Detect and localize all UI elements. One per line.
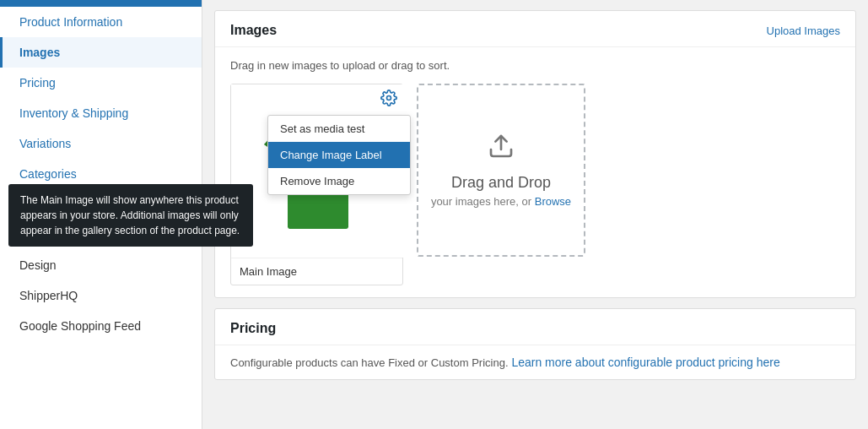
- drop-zone-text: Drag and Drop: [451, 174, 551, 192]
- image-card-main: Set as media test Change Image Label Rem…: [230, 84, 403, 285]
- sidebar-item-shipperhq[interactable]: ShipperHQ: [0, 280, 202, 311]
- drop-zone-sub: your images here, or Browse: [431, 195, 571, 208]
- image-card-inner: Set as media test Change Image Label Rem…: [231, 84, 402, 258]
- tooltip-box: The Main Image will show anywhere this p…: [8, 184, 253, 247]
- upload-images-link[interactable]: Upload Images: [767, 24, 840, 37]
- images-section-header: Images Upload Images: [215, 11, 855, 47]
- images-section: Images Upload Images Drag in new images …: [214, 10, 856, 298]
- sidebar-top-bar: [0, 0, 202, 7]
- pricing-learn-more-link[interactable]: Learn more about configurable product pr…: [511, 356, 779, 369]
- gear-icon[interactable]: [380, 90, 397, 111]
- sidebar-item-design[interactable]: Design: [0, 250, 202, 280]
- sidebar-item-product-information[interactable]: Product Information: [0, 7, 202, 37]
- sidebar-item-images[interactable]: Images: [0, 37, 202, 68]
- images-container: Set as media test Change Image Label Rem…: [230, 84, 840, 285]
- tooltip-text: The Main Image will show anywhere this p…: [20, 194, 240, 236]
- browse-link[interactable]: Browse: [535, 195, 571, 208]
- images-section-title: Images: [230, 23, 277, 38]
- pricing-section-header: Pricing: [215, 309, 855, 345]
- images-section-body: Drag in new images to upload or drag to …: [215, 47, 855, 297]
- context-menu-change-label[interactable]: Change Image Label: [268, 142, 410, 168]
- sidebar-item-pricing[interactable]: Pricing: [0, 68, 202, 98]
- svg-point-0: [387, 96, 391, 100]
- sidebar: The Main Image will show anywhere this p…: [0, 0, 202, 429]
- drop-zone[interactable]: Drag and Drop your images here, or Brows…: [417, 84, 585, 257]
- sidebar-item-google-shopping-feed[interactable]: Google Shopping Feed: [0, 311, 202, 341]
- image-label: Main Image: [231, 258, 402, 285]
- pricing-section-body: Configurable products can have Fixed or …: [215, 345, 855, 379]
- context-menu-remove-image[interactable]: Remove Image: [268, 168, 410, 194]
- context-menu-set-media[interactable]: Set as media test: [268, 116, 410, 142]
- context-menu: Set as media test Change Image Label Rem…: [267, 115, 411, 195]
- main-content: Images Upload Images Drag in new images …: [202, 0, 868, 429]
- sidebar-item-variations[interactable]: Variations: [0, 128, 202, 159]
- pricing-section-title: Pricing: [230, 321, 276, 336]
- drag-hint: Drag in new images to upload or drag to …: [230, 59, 840, 72]
- pricing-section: Pricing Configurable products can have F…: [214, 308, 856, 380]
- upload-icon: [488, 133, 515, 166]
- sidebar-item-inventory-shipping[interactable]: Inventory & Shipping: [0, 98, 202, 128]
- pricing-text: Configurable products can have Fixed or …: [230, 356, 509, 369]
